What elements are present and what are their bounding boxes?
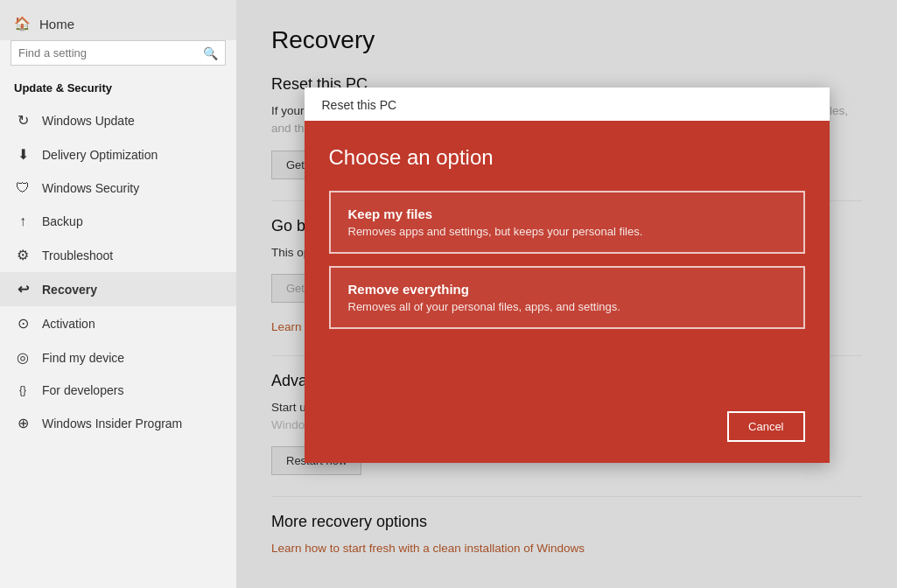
sidebar-home-label: Home — [39, 17, 74, 32]
sidebar-item-windows-insider[interactable]: ⊕ Windows Insider Program — [0, 406, 236, 440]
find-device-icon: ◎ — [14, 349, 32, 366]
sidebar-item-label: For developers — [42, 383, 123, 397]
keep-files-title: Keep my files — [348, 206, 786, 221]
sidebar-item-troubleshoot[interactable]: ⚙ Troubleshoot — [0, 238, 236, 272]
modal-titlebar-label: Reset this PC — [322, 98, 397, 112]
sidebar: 🏠 Home 🔍 Update & Security ↻ Windows Upd… — [0, 0, 236, 588]
modal-titlebar: Reset this PC — [305, 88, 830, 121]
shield-icon: 🛡 — [14, 180, 32, 196]
sidebar-item-for-developers[interactable]: {} For developers — [0, 374, 236, 406]
sidebar-item-find-my-device[interactable]: ◎ Find my device — [0, 340, 236, 374]
sidebar-item-home[interactable]: 🏠 Home — [0, 0, 236, 40]
sidebar-section-title: Update & Security — [0, 76, 236, 103]
troubleshoot-icon: ⚙ — [14, 247, 32, 263]
sidebar-item-label: Troubleshoot — [42, 248, 113, 262]
sidebar-item-label: Activation — [42, 317, 95, 331]
insider-icon: ⊕ — [14, 415, 32, 431]
modal-heading: Choose an option — [329, 145, 805, 170]
sidebar-item-label: Backup — [42, 214, 83, 228]
backup-icon: ↑ — [14, 214, 32, 229]
modal-overlay: Reset this PC Choose an option Keep my f… — [236, 0, 897, 588]
reset-modal: Reset this PC Choose an option Keep my f… — [305, 88, 830, 463]
sidebar-item-windows-security[interactable]: 🛡 Windows Security — [0, 172, 236, 205]
remove-everything-option[interactable]: Remove everything Removes all of your pe… — [329, 266, 805, 329]
cancel-button[interactable]: Cancel — [727, 411, 804, 442]
sidebar-item-activation[interactable]: ⊙ Activation — [0, 306, 236, 340]
sidebar-item-label: Windows Update — [42, 114, 135, 128]
recovery-icon: ↩ — [14, 281, 32, 298]
sidebar-item-label: Recovery — [42, 283, 97, 297]
modal-body: Choose an option Keep my files Removes a… — [305, 121, 830, 411]
keep-files-desc: Removes apps and settings, but keeps you… — [348, 225, 786, 238]
activation-icon: ⊙ — [14, 315, 32, 332]
delivery-icon: ⬇ — [14, 146, 32, 163]
remove-everything-desc: Removes all of your personal files, apps… — [348, 300, 786, 313]
main-content: Recovery Reset this PC If your PC isn't … — [236, 0, 897, 588]
keep-files-option[interactable]: Keep my files Removes apps and settings,… — [329, 191, 805, 254]
search-box: 🔍 — [11, 40, 226, 66]
home-icon: 🏠 — [14, 16, 31, 32]
sidebar-item-label: Windows Insider Program — [42, 416, 182, 430]
developers-icon: {} — [14, 384, 32, 396]
search-input[interactable] — [11, 41, 196, 65]
sidebar-item-label: Find my device — [42, 351, 124, 365]
windows-update-icon: ↻ — [14, 112, 32, 129]
sidebar-item-recovery[interactable]: ↩ Recovery — [0, 272, 236, 306]
sidebar-item-delivery-optimization[interactable]: ⬇ Delivery Optimization — [0, 137, 236, 172]
sidebar-item-windows-update[interactable]: ↻ Windows Update — [0, 103, 236, 137]
modal-footer: Cancel — [305, 411, 830, 463]
sidebar-item-backup[interactable]: ↑ Backup — [0, 205, 236, 238]
sidebar-item-label: Delivery Optimization — [42, 148, 158, 162]
remove-everything-title: Remove everything — [348, 282, 786, 297]
search-icon: 🔍 — [196, 43, 225, 64]
sidebar-item-label: Windows Security — [42, 181, 139, 195]
